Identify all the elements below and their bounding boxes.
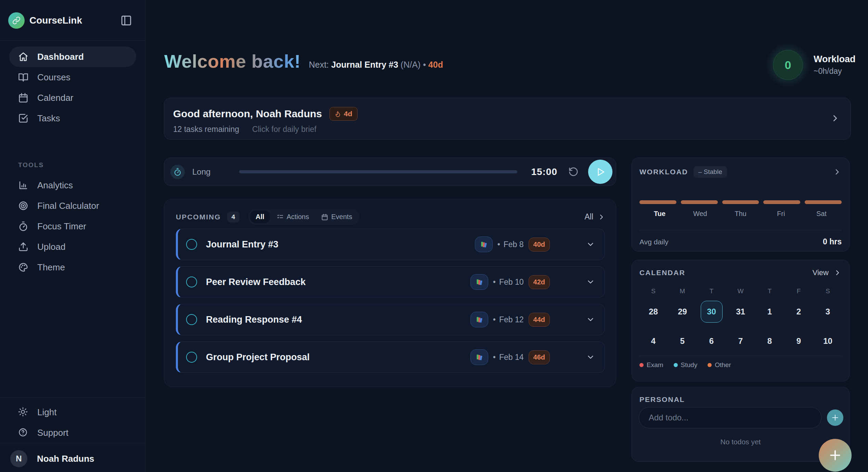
sidebar-item-final-calculator[interactable]: Final Calculator xyxy=(9,195,136,216)
calendar-day[interactable]: 7 xyxy=(730,330,752,352)
list-checks-icon xyxy=(277,214,284,220)
due-date: Feb 10 xyxy=(499,278,524,287)
task-checkbox[interactable] xyxy=(186,239,197,250)
calendar-day[interactable]: 4 xyxy=(643,330,664,352)
greeting-title: Good afternoon, Noah Raduns xyxy=(173,108,322,120)
upcoming-count-badge: 4 xyxy=(227,212,240,222)
floating-add-button[interactable] xyxy=(819,439,852,472)
calendar-day[interactable]: 28 xyxy=(643,301,664,323)
sidebar-item-tasks[interactable]: Tasks xyxy=(9,108,136,129)
sidebar-nav: Dashboard Courses Calendar Tasks xyxy=(9,46,136,129)
upload-icon xyxy=(18,242,28,252)
calendar-day[interactable]: 10 xyxy=(817,330,839,352)
workload-day-label: Tue xyxy=(639,210,680,218)
target-icon xyxy=(18,201,28,211)
focus-timer-bar: Long 15:00 xyxy=(164,158,616,186)
chevron-right-icon[interactable] xyxy=(833,167,842,176)
bar-chart-icon xyxy=(18,180,28,190)
calendar-day-header: M xyxy=(668,285,697,297)
upcoming-item[interactable]: Group Project Proposal •Feb 14 46d xyxy=(176,341,605,373)
calendar-day[interactable]: 8 xyxy=(759,330,781,352)
calendar-day[interactable]: 3 xyxy=(817,301,839,323)
workload-trend-badge: – Stable xyxy=(694,166,727,178)
expand-chevron-down-icon[interactable] xyxy=(586,240,595,249)
sidebar-item-courses[interactable]: Courses xyxy=(9,67,136,87)
calendar-day-selected[interactable]: 30 xyxy=(701,301,723,323)
app-title: CourseLink xyxy=(29,15,82,26)
calendar-day[interactable]: 1 xyxy=(759,301,781,323)
stopwatch-icon xyxy=(18,221,28,231)
upcoming-item[interactable]: Peer Review Feedback •Feb 10 42d xyxy=(176,266,605,298)
course-badge xyxy=(470,349,488,365)
personal-card-label: PERSONAL xyxy=(639,395,685,404)
sidebar-item-label: Theme xyxy=(37,262,65,273)
task-checkbox[interactable] xyxy=(186,314,197,325)
calendar-day[interactable]: 29 xyxy=(672,301,694,323)
expand-chevron-down-icon[interactable] xyxy=(586,278,595,286)
calendar-day[interactable]: 2 xyxy=(788,301,810,323)
days-left-badge: 44d xyxy=(529,313,550,327)
theme-toggle-light[interactable]: Light xyxy=(9,402,136,422)
stopwatch-icon xyxy=(170,165,185,179)
sidebar-item-label: Calendar xyxy=(37,93,74,103)
calendar-view-link[interactable]: View xyxy=(813,268,842,277)
personal-card: PERSONAL No todos yet xyxy=(632,387,850,462)
calendar-day-header: S xyxy=(639,285,668,297)
sidebar-item-focus-timer[interactable]: Focus Timer xyxy=(9,216,136,237)
support-link[interactable]: Support xyxy=(9,422,136,443)
upcoming-item[interactable]: Reading Response #4 •Feb 12 44d xyxy=(176,304,605,335)
sidebar-footer: Light Support N Noah Raduns xyxy=(0,397,145,472)
calendar-day[interactable]: 9 xyxy=(788,330,810,352)
courselink-dashboard: CourseLink Dashboard Courses Calendar xyxy=(0,0,868,472)
sidebar-item-analytics[interactable]: Analytics xyxy=(9,175,136,195)
course-badge xyxy=(470,274,488,290)
upcoming-item[interactable]: Journal Entry #3 •Feb 8 40d xyxy=(176,229,605,260)
filter-events[interactable]: Events xyxy=(316,211,358,223)
support-label: Support xyxy=(37,428,68,438)
sidebar-item-dashboard[interactable]: Dashboard xyxy=(9,46,136,67)
sidebar-collapse-button[interactable] xyxy=(120,15,132,26)
timer-play-button[interactable] xyxy=(588,160,612,184)
workload-card: WORKLOAD – Stable Tue Wed Thu Fri Sat Av… xyxy=(632,158,850,252)
workload-bar xyxy=(639,200,676,204)
calendar-day[interactable]: 5 xyxy=(672,330,694,352)
due-date: Feb 12 xyxy=(499,315,524,324)
filter-all[interactable]: All xyxy=(250,211,270,223)
calendar-day[interactable]: 6 xyxy=(701,330,723,352)
user-profile[interactable]: N Noah Raduns xyxy=(0,443,145,472)
add-todo-button[interactable] xyxy=(827,409,843,426)
next-deadline: Next: Journal Entry #3 (N/A) • 40d xyxy=(309,60,443,70)
sidebar-item-upload[interactable]: Upload xyxy=(9,237,136,257)
calendar-card-label: CALENDAR xyxy=(639,269,685,277)
sidebar-item-calendar[interactable]: Calendar xyxy=(9,87,136,108)
sidebar-item-label: Tasks xyxy=(37,113,60,124)
panel-left-icon xyxy=(120,15,132,26)
timer-progress-track[interactable] xyxy=(239,170,517,173)
expand-chevron-down-icon[interactable] xyxy=(586,315,595,324)
course-badge xyxy=(475,237,493,252)
workload-bars xyxy=(639,200,842,204)
expand-chevron-down-icon[interactable] xyxy=(586,353,595,362)
books-icon xyxy=(475,315,484,324)
calendar-icon xyxy=(18,93,28,103)
calendar-day-header: T xyxy=(697,285,726,297)
task-checkbox[interactable] xyxy=(186,352,197,363)
upcoming-section: UPCOMING 4 All Actions Events All Journ xyxy=(164,199,616,387)
sidebar-item-label: Courses xyxy=(37,72,70,83)
page-title: Welcome back! xyxy=(164,51,301,72)
next-task-name: Journal Entry #3 xyxy=(331,60,398,69)
sun-icon xyxy=(18,407,28,417)
add-todo-input[interactable] xyxy=(639,407,821,428)
next-task-days: 40d xyxy=(428,60,443,69)
calendar-day-header: T xyxy=(755,285,784,297)
filter-actions[interactable]: Actions xyxy=(271,211,315,223)
task-checkbox[interactable] xyxy=(186,277,197,287)
greeting-card[interactable]: Good afternoon, Noah Raduns 4d 12 tasks … xyxy=(164,98,851,140)
help-circle-icon xyxy=(18,428,28,438)
timer-reset-button[interactable] xyxy=(568,167,579,177)
upcoming-view-all[interactable]: All xyxy=(584,212,606,221)
calendar-day[interactable]: 31 xyxy=(730,301,752,323)
sidebar-item-label: Analytics xyxy=(37,180,73,191)
days-left-badge: 42d xyxy=(529,275,550,289)
sidebar-item-theme[interactable]: Theme xyxy=(9,257,136,278)
